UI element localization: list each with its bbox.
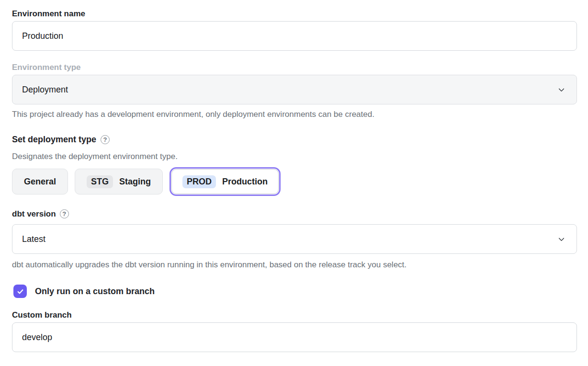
help-icon[interactable]: ? <box>60 209 69 218</box>
environment-type-label: Environment type <box>12 62 577 72</box>
deployment-type-helper: Designates the deployment environment ty… <box>12 152 577 161</box>
dbt-version-select[interactable]: Latest <box>12 224 577 254</box>
deployment-type-general-button[interactable]: General <box>12 169 68 194</box>
staging-badge: STG <box>87 175 113 188</box>
deployment-type-heading: Set deployment type ? <box>12 135 577 145</box>
dbt-version-value: Latest <box>22 234 45 244</box>
environment-settings-form: Environment name Environment type Deploy… <box>0 0 588 366</box>
deployment-type-heading-text: Set deployment type <box>12 135 96 145</box>
environment-name-input[interactable] <box>12 21 577 51</box>
environment-name-label: Environment name <box>12 9 577 19</box>
deployment-type-production-selected-ring: PROD Production <box>170 167 281 196</box>
environment-type-value: Deployment <box>22 85 68 95</box>
custom-branch-checkbox[interactable] <box>13 285 27 298</box>
check-icon <box>16 287 24 296</box>
deployment-type-production-button[interactable]: PROD Production <box>171 169 279 194</box>
environment-type-select[interactable]: Deployment <box>12 75 577 104</box>
chevron-down-icon <box>557 235 565 243</box>
custom-branch-label: Custom branch <box>12 310 577 320</box>
custom-branch-toggle-label: Only run on a custom branch <box>35 286 155 297</box>
deployment-type-options: General STG Staging PROD Production <box>12 167 577 196</box>
production-badge: PROD <box>182 175 216 188</box>
deployment-type-staging-button[interactable]: STG Staging <box>75 169 163 194</box>
help-icon[interactable]: ? <box>101 135 110 144</box>
dbt-version-helper: dbt automatically upgrades the dbt versi… <box>12 260 577 270</box>
environment-type-helper: This project already has a development e… <box>12 110 577 119</box>
custom-branch-input[interactable] <box>12 322 577 352</box>
deployment-type-production-label: Production <box>222 177 268 187</box>
dbt-version-label-text: dbt version <box>12 209 56 219</box>
dbt-version-label: dbt version ? <box>12 209 577 219</box>
custom-branch-toggle-row: Only run on a custom branch <box>13 285 577 298</box>
chevron-down-icon <box>557 86 565 94</box>
deployment-type-staging-label: Staging <box>119 177 151 187</box>
deployment-type-general-label: General <box>24 177 56 187</box>
